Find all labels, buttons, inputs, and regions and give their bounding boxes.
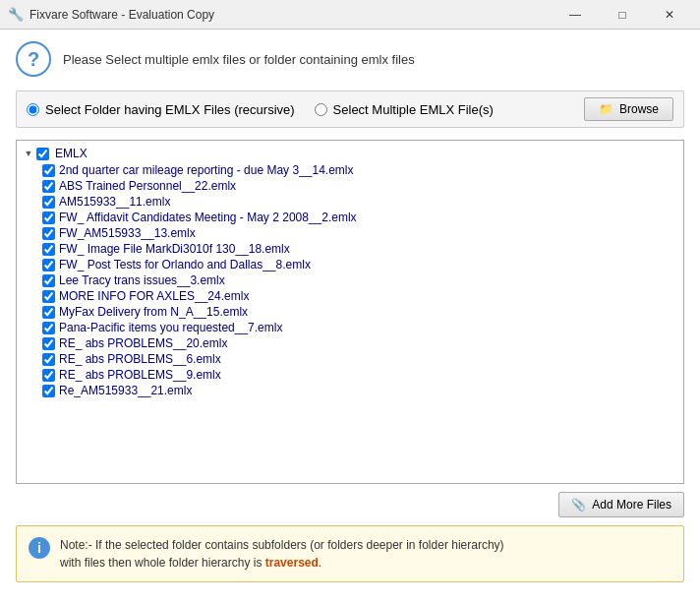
file-checkbox[interactable] [42,196,55,209]
file-label: Pana-Pacific items you requested__7.emlx [59,321,282,334]
titlebar: 🔧 Fixvare Software - Evaluation Copy — □… [0,0,700,30]
tree-root-item: ▼ EMLX [17,145,683,162]
tree-file-item: AM515933__11.emlx [38,194,683,210]
file-checkbox[interactable] [42,385,55,397]
close-button[interactable]: ✕ [647,1,692,29]
tree-file-item: 2nd quarter car mileage reporting - due … [38,162,683,178]
browse-label: Browse [619,102,659,116]
tree-file-item: FW_ Image File MarkDi3010f 130__18.emlx [38,241,683,257]
file-label: FW_ Post Tests for Orlando and Dallas__8… [59,258,311,272]
file-tree[interactable]: ▼ EMLX 2nd quarter car mileage reporting… [16,140,684,484]
tree-file-item: MORE INFO FOR AXLES__24.emlx [38,288,683,304]
tree-file-item: Pana-Pacific items you requested__7.emlx [38,320,683,335]
window-controls: — □ ✕ [553,1,692,29]
tree-expander[interactable]: ▼ [21,146,36,161]
option-multiple[interactable]: Select Multiple EMLX File(s) [315,102,494,117]
minimize-button[interactable]: — [553,1,598,29]
file-label: ABS Trained Personnel__22.emlx [59,179,236,193]
file-checkbox[interactable] [42,180,55,193]
file-label: 2nd quarter car mileage reporting - due … [59,163,354,177]
file-checkbox[interactable] [42,274,55,287]
file-checkbox[interactable] [42,290,55,303]
tree-file-item: ABS Trained Personnel__22.emlx [38,178,683,194]
tree-file-item: MyFax Delivery from N_A__15.emlx [38,304,683,320]
info-icon: ? [16,41,51,77]
file-label: RE_ abs PROBLEMS__20.emlx [59,336,227,350]
root-checkbox[interactable] [36,148,49,160]
add-files-label: Add More Files [592,498,671,512]
file-label: MORE INFO FOR AXLES__24.emlx [59,289,249,303]
note-text-part1: Note:- If the selected folder contains s… [60,538,504,552]
file-label: RE_ abs PROBLEMS__6.emlx [59,352,221,366]
tree-root-label: EMLX [53,146,89,161]
tree-file-item: RE_ abs PROBLEMS__9.emlx [38,367,683,383]
note-icon: i [29,537,50,559]
file-label: RE_ abs PROBLEMS__9.emlx [59,368,221,382]
option-folder[interactable]: Select Folder having EMLX Files (recursi… [27,102,295,117]
note-text-part2: with files then whole folder hierarchy i… [60,556,262,570]
radio-folder[interactable] [27,103,39,116]
option-folder-label: Select Folder having EMLX Files (recursi… [45,102,295,117]
file-label: FW_ Image File MarkDi3010f 130__18.emlx [59,242,290,256]
tree-file-item: RE_ abs PROBLEMS__6.emlx [38,351,683,367]
browse-icon: 📁 [599,102,613,116]
file-checkbox[interactable] [42,337,55,350]
file-checkbox[interactable] [42,353,55,366]
file-label: MyFax Delivery from N_A__15.emlx [59,305,248,319]
titlebar-title: Fixvare Software - Evaluation Copy [29,8,553,22]
main-content: ? Please Select multiple emlx files or f… [0,30,700,604]
radio-multiple[interactable] [315,103,327,116]
file-checkbox[interactable] [42,369,55,382]
file-checkbox[interactable] [42,227,55,240]
note-highlight: traversed [265,556,319,570]
add-files-row: 📎 Add More Files [16,492,684,517]
browse-button[interactable]: 📁 Browse [584,97,673,121]
tree-file-item: RE_ abs PROBLEMS__20.emlx [38,335,683,351]
tree-file-item: Re_AM515933__21.emlx [38,383,683,398]
tree-file-item: Lee Tracy trans issues__3.emlx [38,272,683,288]
tree-file-item: FW_ Affidavit Candidates Meeting - May 2… [38,210,683,225]
file-label: Re_AM515933__21.emlx [59,384,192,397]
file-checkbox[interactable] [42,306,55,319]
file-label: FW_ Affidavit Candidates Meeting - May 2… [59,211,357,224]
add-files-icon: 📎 [571,498,586,512]
file-checkbox[interactable] [42,211,55,224]
tree-file-item: FW_ Post Tests for Orlando and Dallas__8… [38,257,683,272]
tree-children: 2nd quarter car mileage reporting - due … [17,162,683,398]
file-checkbox[interactable] [42,164,55,177]
file-checkbox[interactable] [42,243,55,256]
header-row: ? Please Select multiple emlx files or f… [16,41,684,77]
note-text-part3: . [319,556,321,570]
file-label: Lee Tracy trans issues__3.emlx [59,273,225,287]
add-more-files-button[interactable]: 📎 Add More Files [558,492,684,517]
file-checkbox[interactable] [42,259,55,272]
file-label: FW_AM515933__13.emlx [59,226,196,240]
app-icon: 🔧 [8,7,24,23]
tree-root: ▼ EMLX 2nd quarter car mileage reporting… [17,141,683,402]
file-checkbox[interactable] [42,322,55,334]
note-box: i Note:- If the selected folder contains… [16,525,684,582]
tree-file-item: FW_AM515933__13.emlx [38,225,683,241]
option-multiple-label: Select Multiple EMLX File(s) [333,102,494,117]
file-label: AM515933__11.emlx [59,195,170,209]
options-row: Select Folder having EMLX Files (recursi… [16,91,684,128]
maximize-button[interactable]: □ [600,1,645,29]
note-text: Note:- If the selected folder contains s… [60,536,504,572]
header-text: Please Select multiple emlx files or fol… [63,52,415,67]
